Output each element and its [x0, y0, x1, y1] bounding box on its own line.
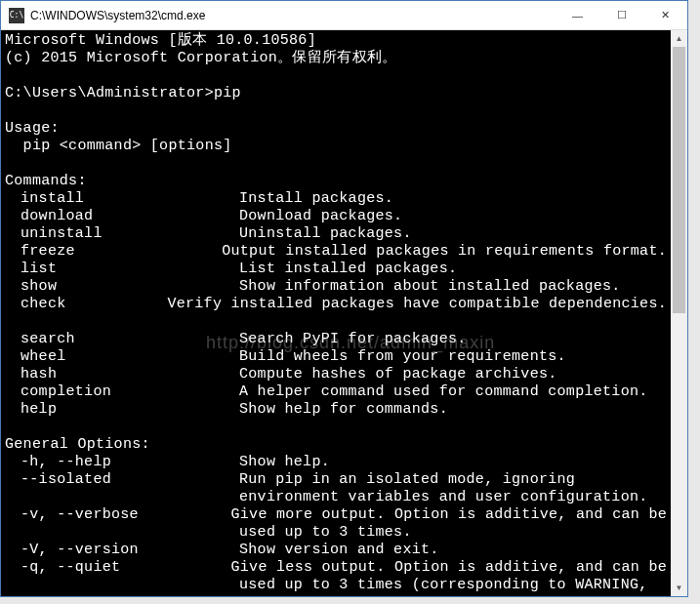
command-row: installInstall packages.: [5, 190, 667, 208]
cmd-icon: C:\: [9, 8, 24, 23]
option-row: used up to 3 times (corresponding to WAR…: [5, 577, 667, 594]
scroll-thumb[interactable]: [673, 47, 685, 313]
command-row: uninstallUninstall packages.: [5, 225, 667, 243]
command-row: completionA helper command used for comm…: [5, 383, 667, 401]
command-row: checkVerify installed packages have comp…: [5, 296, 667, 313]
cmd-window: C:\ C:\WINDOWS\system32\cmd.exe — ☐ ✕ Mi…: [0, 0, 688, 597]
option-row: -v, --verboseGive more output. Option is…: [5, 506, 667, 524]
command-row: listList installed packages.: [5, 261, 667, 278]
window-title: C:\WINDOWS\system32\cmd.exe: [30, 9, 556, 22]
scroll-track[interactable]: [671, 47, 687, 580]
command-row: searchSearch PyPI for packages.: [5, 331, 667, 348]
command-row: showShow information about installed pac…: [5, 278, 667, 296]
terminal-output[interactable]: Microsoft Windows [版本 10.0.10586](c) 201…: [1, 30, 671, 596]
maximize-button[interactable]: ☐: [599, 1, 643, 29]
window-controls: — ☐ ✕: [556, 1, 687, 29]
prompt-line[interactable]: C:\Users\Administrator>pip: [5, 85, 667, 102]
option-row: -h, --helpShow help.: [5, 454, 667, 471]
minimize-button[interactable]: —: [556, 1, 599, 29]
terminal-area: Microsoft Windows [版本 10.0.10586](c) 201…: [1, 30, 687, 596]
command-row: wheelBuild wheels from your requirements…: [5, 348, 667, 366]
titlebar: C:\ C:\WINDOWS\system32\cmd.exe — ☐ ✕: [1, 1, 687, 30]
option-row: -q, --quietGive less output. Option is a…: [5, 559, 667, 577]
option-row: environment variables and user configura…: [5, 489, 667, 506]
command-row: hashCompute hashes of package archives.: [5, 366, 667, 383]
scroll-down-arrow[interactable]: ▼: [671, 580, 687, 596]
command-row: freezeOutput installed packages in requi…: [5, 243, 667, 261]
option-row: -V, --versionShow version and exit.: [5, 542, 667, 559]
command-row: helpShow help for commands.: [5, 401, 667, 419]
command-row: downloadDownload packages.: [5, 208, 667, 225]
scroll-up-arrow[interactable]: ▲: [671, 30, 687, 47]
vertical-scrollbar[interactable]: ▲ ▼: [671, 30, 687, 596]
option-row: used up to 3 times.: [5, 524, 667, 542]
option-row: --isolatedRun pip in an isolated mode, i…: [5, 471, 667, 489]
close-button[interactable]: ✕: [643, 1, 687, 29]
